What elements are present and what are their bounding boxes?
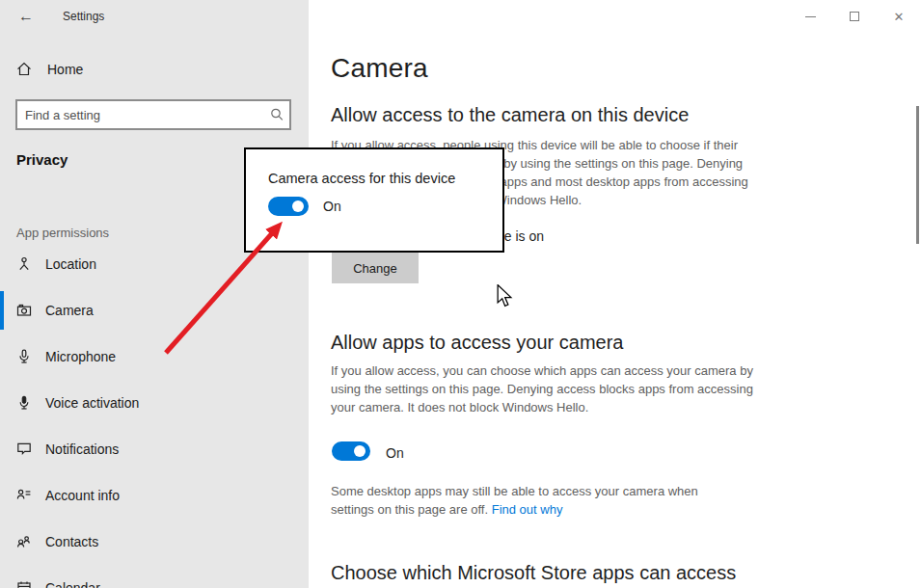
search-box: [15, 99, 291, 130]
find-out-why-link[interactable]: Find out why: [492, 502, 563, 517]
maximize-icon: [850, 12, 859, 21]
main-content: Camera Allow access to the camera on thi…: [309, 0, 921, 588]
minimize-button[interactable]: [788, 0, 832, 33]
home-icon: [15, 61, 33, 78]
sidebar-item-label: Notifications: [45, 441, 119, 457]
calendar-icon: [15, 579, 33, 588]
sidebar-item-home[interactable]: Home: [0, 50, 309, 89]
device-access-heading: Allow access to the camera on this devic…: [331, 104, 689, 126]
sidebar-item-label: Camera: [45, 303, 94, 318]
selected-indicator: [0, 291, 4, 330]
microphone-icon: [15, 348, 33, 365]
sidebar-item-label: Calendar: [45, 580, 100, 588]
app-access-description: If you allow access, you can choose whic…: [331, 361, 774, 416]
search-icon[interactable]: [268, 106, 289, 123]
desktop-apps-note: Some desktop apps may still be able to a…: [331, 482, 736, 519]
sidebar-item-camera[interactable]: Camera: [0, 291, 309, 330]
popup-toggle-label: On: [323, 199, 341, 214]
app-access-toggle-label: On: [386, 445, 404, 461]
close-button[interactable]: ✕: [877, 0, 921, 33]
sidebar-item-label: Voice activation: [45, 395, 139, 411]
settings-window: ← Settings Home Privacy App permissions …: [0, 0, 921, 588]
close-icon: ✕: [894, 11, 905, 23]
scrollbar-thumb[interactable]: [916, 106, 919, 244]
sidebar-item-label: Home: [47, 62, 83, 77]
maximize-button[interactable]: [832, 0, 877, 33]
camera-icon: [15, 302, 33, 319]
store-apps-heading: Choose which Microsoft Store apps can ac…: [331, 562, 736, 584]
toggle-knob: [354, 445, 366, 457]
app-access-heading: Allow apps to access your camera: [331, 332, 623, 354]
voice-activation-icon: [15, 394, 33, 412]
toggle-knob: [292, 200, 304, 212]
popup-title: Camera access for this device: [268, 171, 455, 186]
app-permissions-label: App permissions: [16, 226, 109, 240]
window-controls: ✕: [788, 0, 921, 33]
sidebar-item-voice-activation[interactable]: Voice activation: [0, 384, 309, 422]
sidebar-item-notifications[interactable]: Notifications: [0, 430, 309, 468]
location-icon: [15, 255, 33, 273]
camera-access-popup: Camera access for this device On: [244, 147, 504, 253]
sidebar-item-account-info[interactable]: Account info: [0, 476, 309, 515]
sidebar-item-label: Account info: [45, 488, 120, 503]
minimize-icon: [805, 16, 816, 17]
sidebar-item-calendar[interactable]: Calendar: [0, 569, 309, 588]
sidebar-item-label: Contacts: [45, 534, 98, 549]
sidebar: ← Settings Home Privacy App permissions …: [0, 0, 309, 588]
popup-camera-access-toggle[interactable]: [268, 197, 309, 216]
contacts-icon: [15, 533, 33, 550]
privacy-heading: Privacy: [16, 151, 68, 168]
app-title: Settings: [63, 10, 104, 23]
change-button[interactable]: Change: [332, 253, 419, 283]
page-title: Camera: [331, 53, 428, 84]
sidebar-item-microphone[interactable]: Microphone: [0, 337, 309, 376]
search-input[interactable]: [17, 108, 268, 122]
sidebar-item-label: Location: [45, 256, 96, 272]
back-arrow-icon: ←: [18, 8, 34, 25]
notifications-icon: [15, 441, 33, 458]
back-button[interactable]: ←: [10, 4, 42, 29]
app-access-toggle[interactable]: [332, 441, 370, 461]
sidebar-item-label: Microphone: [45, 349, 116, 364]
account-info-icon: [15, 487, 33, 504]
sidebar-item-contacts[interactable]: Contacts: [0, 522, 309, 561]
